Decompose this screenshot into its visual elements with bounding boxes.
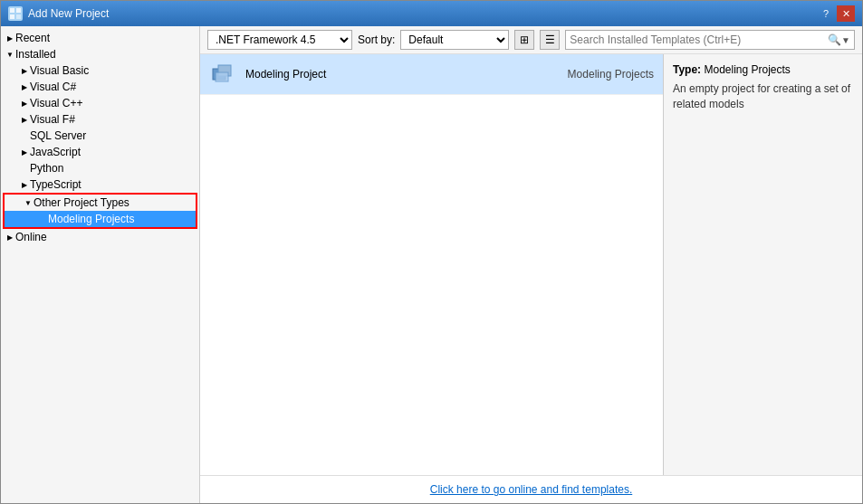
sidebar-label-visual-cpp: Visual C++ xyxy=(30,97,196,109)
triangle-visual-fsharp xyxy=(19,114,30,125)
triangle-other-project-types xyxy=(23,197,34,208)
help-button[interactable]: ? xyxy=(817,5,835,22)
sidebar-item-visual-cpp[interactable]: Visual C++ xyxy=(1,95,199,111)
main-content: Recent Installed Visual Basic Visual C# … xyxy=(1,26,862,503)
main-window: Add New Project ? ✕ Recent Installed Vis… xyxy=(0,0,863,504)
sidebar-item-visual-basic[interactable]: Visual Basic xyxy=(1,62,199,79)
search-box: 🔍 ▼ xyxy=(565,30,855,50)
sidebar-item-installed[interactable]: Installed xyxy=(1,46,199,62)
highlight-box: Other Project Types Modeling Projects xyxy=(3,193,197,229)
sidebar-item-other-project-types[interactable]: Other Project Types xyxy=(5,195,196,211)
right-panel: .NET Framework 4.5 Sort by: Default ⊞ ☰ … xyxy=(200,26,862,503)
sidebar-label-sql-server: SQL Server xyxy=(30,129,192,142)
triangle-visual-basic xyxy=(19,65,30,76)
sidebar-item-visual-fsharp[interactable]: Visual F# xyxy=(1,111,199,128)
info-type-value: Modeling Projects xyxy=(704,63,790,76)
sidebar-label-installed: Installed xyxy=(15,48,196,61)
triangle-typescript xyxy=(19,179,30,190)
info-panel: Type: Modeling Projects An empty project… xyxy=(663,54,862,475)
triangle-installed xyxy=(5,49,15,60)
search-input[interactable] xyxy=(570,33,828,46)
toolbar: .NET Framework 4.5 Sort by: Default ⊞ ☰ … xyxy=(200,26,862,54)
sidebar-label-typescript: TypeScript xyxy=(30,178,196,191)
sidebar-label-visual-fsharp: Visual F# xyxy=(30,113,196,126)
sort-select[interactable]: Default xyxy=(400,30,509,50)
title-bar: Add New Project ? ✕ xyxy=(1,1,862,26)
sidebar-item-sql-server[interactable]: SQL Server xyxy=(1,128,199,144)
project-category-modeling: Modeling Projects xyxy=(473,68,654,81)
sidebar-item-online[interactable]: Online xyxy=(1,229,199,245)
sidebar-label-javascript: JavaScript xyxy=(30,146,196,158)
title-bar-left: Add New Project xyxy=(8,6,109,21)
sidebar-item-javascript[interactable]: JavaScript xyxy=(1,144,199,160)
online-link[interactable]: Click here to go online and find templat… xyxy=(430,483,632,496)
svg-rect-0 xyxy=(10,8,14,13)
sidebar: Recent Installed Visual Basic Visual C# … xyxy=(1,26,200,503)
view-grid-button[interactable]: ⊞ xyxy=(514,30,534,50)
svg-rect-1 xyxy=(16,8,21,13)
triangle-javascript xyxy=(19,147,30,157)
triangle-visual-cs xyxy=(19,81,30,92)
sidebar-label-online: Online xyxy=(15,231,196,243)
sidebar-label-other-project-types: Other Project Types xyxy=(34,196,192,209)
project-name-modeling: Modeling Project xyxy=(245,68,473,81)
sidebar-item-recent[interactable]: Recent xyxy=(1,30,199,46)
close-button[interactable]: ✕ xyxy=(837,5,855,22)
project-icon-modeling xyxy=(209,60,238,89)
window-title: Add New Project xyxy=(28,7,109,20)
title-bar-controls: ? ✕ xyxy=(817,5,855,22)
triangle-recent xyxy=(5,33,15,43)
project-list-area: Modeling Project Modeling Projects Type:… xyxy=(200,54,862,475)
sort-label: Sort by: xyxy=(358,33,395,46)
framework-select[interactable]: .NET Framework 4.5 xyxy=(207,30,352,50)
sidebar-item-visual-cs[interactable]: Visual C# xyxy=(1,79,199,95)
sidebar-label-visual-basic: Visual Basic xyxy=(30,64,196,77)
sidebar-label-recent: Recent xyxy=(15,32,196,44)
search-dropdown-icon[interactable]: ▼ xyxy=(841,35,850,45)
svg-rect-6 xyxy=(216,72,228,81)
view-list-button[interactable]: ☰ xyxy=(540,30,560,50)
svg-rect-2 xyxy=(10,14,14,19)
sidebar-label-visual-cs: Visual C# xyxy=(30,81,196,93)
sidebar-item-python[interactable]: Python xyxy=(1,160,199,176)
svg-rect-3 xyxy=(16,14,21,19)
sidebar-item-typescript[interactable]: TypeScript xyxy=(1,176,199,193)
project-list: Modeling Project Modeling Projects xyxy=(200,54,663,475)
sidebar-label-modeling-projects: Modeling Projects xyxy=(48,213,188,225)
info-type-label: Type: Modeling Projects xyxy=(673,63,853,76)
project-item-modeling[interactable]: Modeling Project Modeling Projects xyxy=(200,54,663,95)
online-link-area: Click here to go online and find templat… xyxy=(200,475,862,503)
window-icon xyxy=(8,6,23,21)
sidebar-item-modeling-projects[interactable]: Modeling Projects xyxy=(5,211,196,227)
info-description: An empty project for creating a set of r… xyxy=(673,81,853,112)
triangle-visual-cpp xyxy=(19,98,30,109)
triangle-online xyxy=(5,232,15,242)
sidebar-label-python: Python xyxy=(30,162,192,175)
search-icon[interactable]: 🔍 xyxy=(828,33,841,46)
